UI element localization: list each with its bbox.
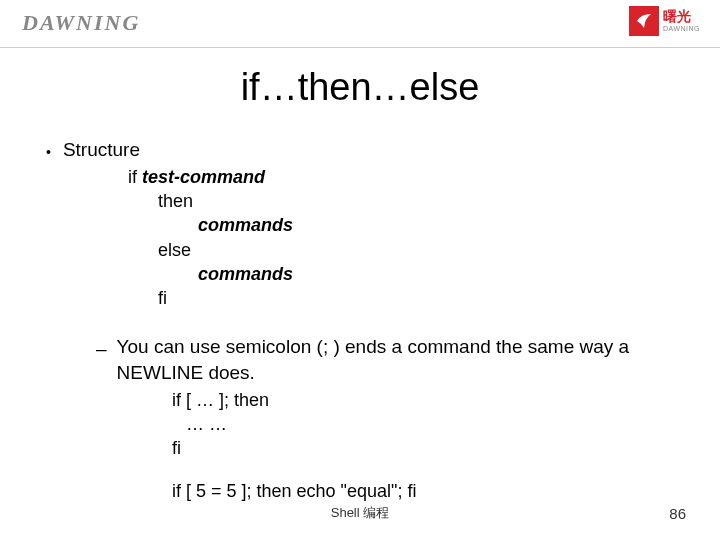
logo-en: DAWNING: [663, 25, 700, 33]
logo-text-block: 曙光 DAWNING: [663, 9, 700, 32]
bullet-label: Structure: [63, 137, 140, 163]
bullet-structure: • Structure: [46, 137, 674, 163]
code-line: then: [128, 189, 674, 213]
bullet-dot-icon: •: [46, 137, 51, 163]
code-line: commands: [128, 213, 674, 237]
semicolon-text: You can use semicolon (; ) ends a comman…: [117, 334, 674, 385]
slide-content: • Structure if test-command then command…: [0, 109, 720, 503]
logo-icon: [629, 6, 659, 36]
structure-code: if test-command then commands else comma…: [46, 165, 674, 311]
code-line: commands: [128, 262, 674, 286]
brand-left-text: DAWNING: [22, 10, 140, 36]
slide-title: if…then…else: [0, 66, 720, 109]
code-line: fi: [172, 436, 674, 460]
code-line: else: [128, 238, 674, 262]
code-line: … …: [172, 412, 674, 436]
example-code-1: if [ … ]; then … … fi: [46, 388, 674, 461]
example-code-2: if [ 5 = 5 ]; then echo "equal"; fi: [46, 479, 674, 503]
page-number: 86: [669, 505, 686, 522]
code-line: fi: [128, 286, 674, 310]
footer-title: Shell 编程: [0, 504, 720, 522]
brand-right-logo: 曙光 DAWNING: [629, 6, 700, 36]
logo-cn: 曙光: [663, 9, 700, 24]
dash-icon: –: [96, 334, 107, 385]
test-command: test-command: [142, 167, 265, 187]
slide-header: DAWNING 曙光 DAWNING: [0, 0, 720, 48]
sub-bullet-semicolon: – You can use semicolon (; ) ends a comm…: [46, 334, 674, 385]
code-line: if [ … ]; then: [172, 388, 674, 412]
code-line: if test-command: [128, 165, 674, 189]
kw-if: if: [128, 167, 142, 187]
